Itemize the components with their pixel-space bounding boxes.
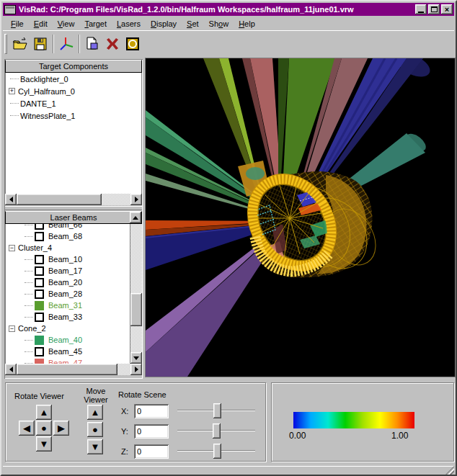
scroll-up-button[interactable] <box>130 212 141 223</box>
beam-checkbox[interactable] <box>35 224 44 230</box>
save-file-button[interactable] <box>30 34 50 54</box>
beam-row[interactable]: Beam_17 <box>6 265 130 277</box>
menu-lasers[interactable]: Lasers <box>112 18 146 30</box>
scroll-left-button[interactable] <box>5 364 17 375</box>
menu-file[interactable]: File <box>6 18 29 30</box>
beam-row[interactable]: Beam_47 <box>6 357 130 364</box>
render-viewport[interactable] <box>145 58 456 377</box>
rotate-right-button[interactable]: ▶ <box>53 421 69 436</box>
beam-row[interactable]: Beam_20 <box>6 277 130 288</box>
beam-group-row[interactable]: −Cluster_4 <box>6 242 130 253</box>
beam-checkbox[interactable] <box>35 301 44 310</box>
page-copy-button[interactable] <box>82 34 102 54</box>
move-up-button[interactable]: ▲ <box>87 405 103 420</box>
target-component-row[interactable]: WitnessPlate_1 <box>6 109 141 122</box>
z-angle-input[interactable] <box>134 444 169 459</box>
beam-label[interactable]: Beam_47 <box>48 359 82 364</box>
menu-display[interactable]: Display <box>146 18 182 30</box>
collapse-box[interactable]: − <box>9 245 15 251</box>
toolbar-grip[interactable] <box>4 34 7 54</box>
vscroll-thumb[interactable] <box>130 293 142 326</box>
x-angle-slider[interactable] <box>177 403 255 418</box>
collapse-box[interactable]: − <box>9 325 15 332</box>
menu-show[interactable]: Show <box>204 18 234 30</box>
maximize-button[interactable] <box>428 4 440 14</box>
beam-label[interactable]: Beam_17 <box>48 266 82 275</box>
target-view-button[interactable] <box>123 34 143 54</box>
beam-label[interactable]: Beam_45 <box>48 347 82 356</box>
beam-label[interactable]: Beam_10 <box>48 255 82 264</box>
slider-thumb[interactable] <box>213 403 221 418</box>
laser-beams-vscrollbar[interactable] <box>130 224 142 364</box>
x-angle-input[interactable] <box>134 404 169 418</box>
beam-label[interactable]: Beam_40 <box>48 336 82 344</box>
tree-connector <box>25 317 33 318</box>
component-label[interactable]: WitnessPlate_1 <box>20 112 75 120</box>
minimize-button[interactable] <box>415 4 427 14</box>
beam-label[interactable]: Cluster_4 <box>18 243 52 252</box>
y-angle-slider[interactable] <box>177 423 255 439</box>
target-component-row[interactable]: +Cyl_Halfraum_0 <box>6 85 141 97</box>
y-angle-input[interactable] <box>134 424 169 439</box>
menu-set[interactable]: Set <box>182 18 204 30</box>
beam-row[interactable]: Beam_40 <box>6 334 130 346</box>
rotate-up-button[interactable]: ▲ <box>36 405 52 420</box>
menu-help[interactable]: Help <box>234 18 260 30</box>
beam-row[interactable]: Beam_28 <box>6 288 130 300</box>
beam-checkbox[interactable] <box>35 255 44 264</box>
beam-row[interactable]: Beam_10 <box>6 253 130 265</box>
beam-checkbox[interactable] <box>35 347 44 356</box>
target-component-row[interactable]: Backlighter_0 <box>6 73 141 85</box>
beam-row[interactable]: Beam_45 <box>6 346 130 357</box>
beam-label[interactable]: Beam_33 <box>48 313 82 321</box>
beam-checkbox[interactable] <box>35 278 44 287</box>
beam-checkbox[interactable] <box>35 266 44 276</box>
beam-checkbox[interactable] <box>35 232 44 241</box>
menu-view[interactable]: View <box>53 18 80 30</box>
menu-edit[interactable]: Edit <box>29 18 53 30</box>
beam-label[interactable]: Beam_66 <box>48 224 82 229</box>
system-menu-icon[interactable] <box>4 5 16 14</box>
beam-label[interactable]: Beam_20 <box>48 278 82 287</box>
open-file-button[interactable] <box>10 34 30 54</box>
rotate-down-button[interactable]: ▼ <box>36 436 52 452</box>
beam-checkbox[interactable] <box>35 289 44 299</box>
beam-group-row[interactable]: −Cone_2 <box>6 323 130 334</box>
beam-label[interactable]: Beam_31 <box>48 301 82 310</box>
component-label[interactable]: DANTE_1 <box>20 99 56 108</box>
expand-box[interactable]: + <box>9 88 15 94</box>
beam-row[interactable]: Beam_68 <box>6 230 130 242</box>
slider-thumb[interactable] <box>213 423 221 439</box>
beam-checkbox[interactable] <box>35 359 44 364</box>
beam-checkbox[interactable] <box>35 313 44 322</box>
beam-label[interactable]: Cone_2 <box>18 324 46 333</box>
beam-row[interactable]: Beam_33 <box>6 311 130 323</box>
menu-target[interactable]: Target <box>79 18 112 30</box>
scroll-right-button[interactable] <box>130 364 142 375</box>
target-component-row[interactable]: DANTE_1 <box>6 97 141 109</box>
move-center-button[interactable]: ● <box>87 422 103 437</box>
beam-checkbox[interactable] <box>35 336 44 345</box>
resize-grip[interactable] <box>445 466 454 475</box>
hscroll-thumb[interactable] <box>17 364 117 375</box>
component-label[interactable]: Backlighter_0 <box>20 75 68 84</box>
delete-button[interactable] <box>102 34 123 54</box>
target-components-hscrollbar[interactable] <box>5 194 142 205</box>
laser-beams-hscrollbar[interactable] <box>5 364 142 375</box>
hscroll-thumb[interactable] <box>17 194 102 205</box>
rotate-left-button[interactable]: ◀ <box>19 421 35 436</box>
scroll-left-button[interactable] <box>5 194 17 205</box>
beam-label[interactable]: Beam_28 <box>48 289 82 298</box>
scroll-down-button[interactable] <box>130 352 142 364</box>
move-down-button[interactable]: ▼ <box>87 439 103 454</box>
slider-thumb[interactable] <box>213 444 221 459</box>
rotate-center-button[interactable]: ● <box>36 421 52 436</box>
component-label[interactable]: Cyl_Halfraum_0 <box>18 87 75 96</box>
scroll-right-button[interactable] <box>130 194 142 205</box>
z-angle-slider[interactable] <box>177 444 255 459</box>
beam-row[interactable]: Beam_66 <box>6 224 130 230</box>
beam-label[interactable]: Beam_68 <box>48 232 82 241</box>
close-button[interactable]: × <box>441 4 453 14</box>
axes-button[interactable] <box>56 34 76 54</box>
beam-row[interactable]: Beam_31 <box>6 300 130 311</box>
